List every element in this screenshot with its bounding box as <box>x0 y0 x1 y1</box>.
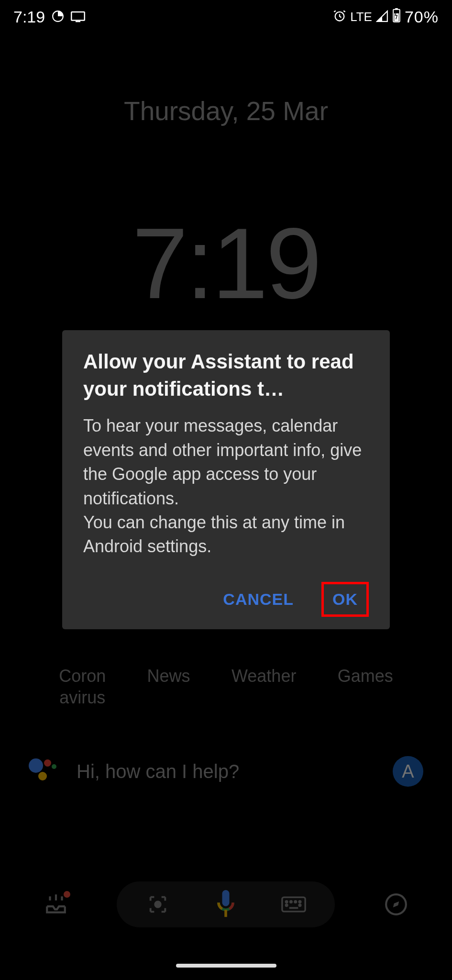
battery-percent: 70% <box>405 8 439 26</box>
assistant-bar: Hi, how can I help? A <box>0 756 452 787</box>
data-saver-icon <box>52 8 64 26</box>
lens-icon[interactable] <box>145 892 170 917</box>
svg-point-7 <box>155 902 161 907</box>
svg-point-17 <box>299 904 301 906</box>
dialog-body: To hear your messages, calendar events a… <box>83 414 369 558</box>
alarm-icon <box>333 8 346 26</box>
chip-weather[interactable]: Weather <box>232 665 296 708</box>
home-date: Thursday, 25 Mar <box>0 96 452 126</box>
suggestion-chips-row: Coron avirus News Weather Games <box>0 665 452 708</box>
dialog-actions: CANCEL OK <box>83 582 369 617</box>
status-right: LTE 70% <box>333 8 439 26</box>
cancel-button[interactable]: CANCEL <box>214 583 302 615</box>
status-bar: 7:19 LTE 70% <box>0 0 452 33</box>
chip-games[interactable]: Games <box>338 665 393 708</box>
dialog-title: Allow your Assistant to read your notifi… <box>83 348 369 402</box>
profile-avatar[interactable]: A <box>393 756 423 787</box>
signal-icon <box>376 8 388 26</box>
search-pill <box>117 881 335 927</box>
svg-point-12 <box>286 901 288 903</box>
svg-point-13 <box>290 901 292 903</box>
svg-rect-5 <box>395 8 397 10</box>
svg-point-14 <box>295 901 297 903</box>
ok-button[interactable]: OK <box>321 582 369 617</box>
home-clock: 7:19 <box>0 206 452 322</box>
compass-icon[interactable] <box>384 892 408 917</box>
svg-rect-1 <box>71 12 85 21</box>
chip-news[interactable]: News <box>147 665 190 708</box>
keyboard-icon[interactable] <box>281 892 306 917</box>
status-left: 7:19 <box>13 8 85 26</box>
gesture-nav-pill[interactable] <box>176 964 276 968</box>
network-type: LTE <box>350 10 372 24</box>
battery-icon <box>392 8 401 26</box>
chip-coronavirus[interactable]: Coron avirus <box>59 665 106 708</box>
assistant-prompt[interactable]: Hi, how can I help? <box>77 761 373 782</box>
notification-dot-icon <box>64 891 70 898</box>
inbox-icon[interactable] <box>44 892 68 917</box>
svg-point-16 <box>286 904 288 906</box>
google-assistant-icon[interactable] <box>29 757 56 785</box>
mic-icon[interactable] <box>213 892 238 917</box>
svg-point-15 <box>299 901 301 903</box>
status-time: 7:19 <box>13 8 45 26</box>
bottom-action-bar <box>0 881 452 927</box>
permission-dialog: Allow your Assistant to read your notifi… <box>62 330 390 629</box>
screen-icon <box>71 8 85 26</box>
